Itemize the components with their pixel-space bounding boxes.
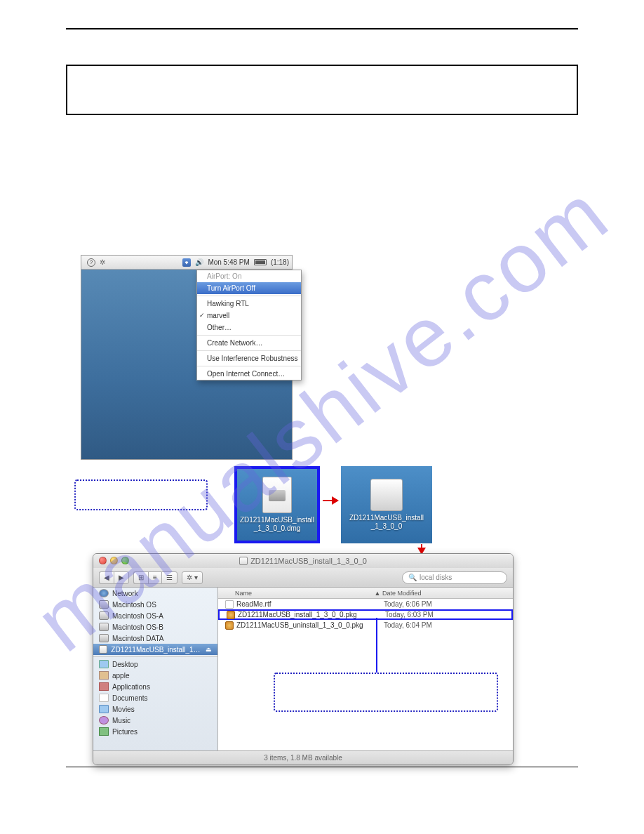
sidebar-item-desktop[interactable]: Desktop [93, 658, 217, 670]
file-row-readme[interactable]: ReadMe.rtf Today, 6:06 PM [218, 599, 513, 609]
open-internet-connect-item[interactable]: Open Internet Connect… [197, 368, 301, 380]
icon-view-button[interactable]: ⊞ [133, 571, 148, 584]
finder-status-bar: 3 items, 1.8 MB available [93, 750, 513, 764]
finder-toolbar: ◀ ▶ ⊞ ≡ ☰ ✲ ▾ 🔍 local disks [93, 568, 513, 588]
sidebar-item-applications[interactable]: Applications [93, 681, 217, 692]
hd-icon [99, 600, 109, 609]
airport-status: AirPort: On [197, 270, 301, 282]
sidebar-item-mounted-volume[interactable]: ZD1211MacUSB_install_1_3_0_0⏏ [93, 644, 217, 655]
pkg-file-icon [227, 611, 235, 619]
menubar-battery-time: (1:18) [271, 258, 289, 266]
interference-robustness-item[interactable]: Use Interference Robustness [197, 352, 301, 364]
sidebar-item-network[interactable]: Network [93, 588, 217, 599]
arrow-down-icon [421, 544, 422, 554]
sidebar-item-hd4[interactable]: Macintosh DATA [93, 633, 217, 644]
minimize-icon[interactable] [110, 557, 118, 564]
bluetooth-icon: ✲ [100, 258, 108, 267]
pictures-icon [99, 727, 109, 736]
zoom-icon[interactable] [121, 557, 129, 564]
network-marvell-item[interactable]: marvell [197, 310, 301, 322]
annotation-box-left [74, 479, 208, 510]
sidebar-item-movies[interactable]: Movies [93, 703, 217, 715]
finder-sidebar: Network Macintosh OS Macintosh OS-A Maci… [93, 588, 218, 750]
screenshot-airport-menu: ? ✲ 🔊 Mon 5:48 PM (1:18) AirPort: On Tur… [81, 255, 293, 460]
dmg-icon [262, 477, 292, 513]
help-icon: ? [87, 258, 95, 267]
sidebar-item-hd3[interactable]: Macintosh OS-B [93, 621, 217, 633]
close-icon[interactable] [99, 557, 107, 564]
sidebar-item-music[interactable]: Music [93, 715, 217, 726]
finder-title: ZD1211MacUSB_install_1_3_0_0 [250, 557, 367, 565]
annotation-box-main [274, 673, 498, 712]
column-view-button[interactable]: ☰ [161, 571, 177, 584]
create-network-item[interactable]: Create Network… [197, 337, 301, 349]
action-menu-button[interactable]: ✲ ▾ [182, 571, 203, 584]
finder-titlebar: ZD1211MacUSB_install_1_3_0_0 [93, 554, 513, 568]
forward-button[interactable]: ▶ [114, 571, 129, 584]
network-hawking-item[interactable]: Hawking RTL [197, 298, 301, 310]
turn-airport-off-item[interactable]: Turn AirPort Off [197, 282, 301, 294]
home-icon [99, 671, 109, 680]
back-button[interactable]: ◀ [99, 571, 114, 584]
battery-icon [254, 259, 267, 265]
volume-icon [370, 479, 403, 511]
mac-menubar: ? ✲ 🔊 Mon 5:48 PM (1:18) [81, 256, 292, 270]
documents-icon [99, 694, 109, 702]
network-icon [99, 589, 109, 597]
finder-window: ZD1211MacUSB_install_1_3_0_0 ◀ ▶ ⊞ ≡ ☰ ✲… [93, 553, 514, 765]
top-rule [66, 28, 578, 29]
sidebar-item-pictures[interactable]: Pictures [93, 726, 217, 737]
network-other-item[interactable]: Other… [197, 322, 301, 333]
search-icon: 🔍 [408, 574, 417, 581]
search-placeholder: local disks [420, 574, 452, 581]
wifi-icon[interactable] [182, 258, 191, 267]
mounted-volume-icon-box[interactable]: ZD1211MacUSB_install_1_3_0_0 [341, 466, 432, 543]
column-name[interactable]: Name [218, 590, 373, 597]
dmg-file-icon-box[interactable]: ZD1211MacUSB_install_1_3_0_0.dmg [234, 466, 320, 543]
finder-file-pane: Name ▲ Date Modified ReadMe.rtf Today, 6… [218, 588, 513, 750]
bottom-rule [66, 767, 578, 767]
sidebar-item-hd1[interactable]: Macintosh OS [93, 599, 217, 610]
mounted-disk-icon [99, 645, 107, 654]
hd-icon [99, 634, 109, 642]
dmg-filename: ZD1211MacUSB_install_1_3_0_0.dmg [240, 516, 314, 533]
airport-dropdown: AirPort: On Turn AirPort Off Hawking RTL… [196, 270, 302, 380]
empty-heading-box [66, 65, 578, 115]
eject-icon[interactable]: ⏏ [206, 646, 212, 653]
volume-name: ZD1211MacUSB_install_1_3_0_0 [349, 514, 424, 531]
volume-icon: 🔊 [195, 258, 203, 267]
search-field[interactable]: 🔍 local disks [402, 571, 507, 584]
column-headers: Name ▲ Date Modified [218, 588, 513, 599]
applications-icon [99, 682, 109, 691]
sidebar-item-documents[interactable]: Documents [93, 692, 217, 703]
hd-icon [99, 623, 109, 631]
desktop-icon [99, 660, 109, 668]
menubar-time: Mon 5:48 PM [208, 258, 249, 266]
annotation-connector-line [376, 618, 377, 673]
music-icon [99, 716, 109, 724]
view-mode-group: ⊞ ≡ ☰ [133, 571, 177, 584]
arrow-right-icon [323, 500, 338, 501]
list-view-button[interactable]: ≡ [148, 571, 161, 584]
sidebar-item-hd2[interactable]: Macintosh OS-A [93, 610, 217, 621]
file-row-uninstall-pkg[interactable]: ZD1211MacUSB_uninstall_1_3_0_0.pkg Today… [218, 620, 513, 630]
column-date-modified[interactable]: Date Modified [382, 590, 513, 597]
rtf-file-icon [225, 600, 234, 609]
volume-title-icon [239, 557, 248, 565]
nav-back-forward: ◀ ▶ [99, 571, 129, 584]
file-row-install-pkg[interactable]: ZD1211MacUSB_install_1_3_0_0.pkg Today, … [218, 609, 513, 620]
sidebar-item-home[interactable]: apple [93, 670, 217, 681]
hd-icon [99, 611, 109, 620]
movies-icon [99, 705, 109, 713]
sort-indicator-icon: ▲ [373, 590, 382, 597]
pkg-file-icon [225, 621, 234, 630]
